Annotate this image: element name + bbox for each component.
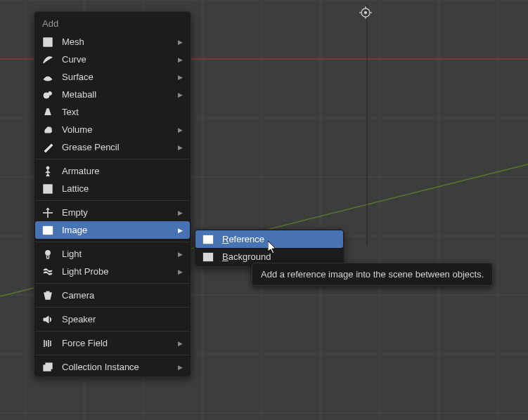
menu-item-label: Grease Pencil (62, 142, 174, 152)
submenu-arrow-icon: ▶ (178, 39, 183, 46)
menu-item-label: Speaker (62, 314, 183, 324)
submenu-arrow-icon: ▶ (178, 340, 183, 347)
menu-separator (35, 355, 190, 355)
menu-item-label: Volume (62, 124, 174, 135)
svg-point-21 (365, 12, 367, 14)
menu-item-label: Armature (62, 166, 183, 176)
image-icon (42, 225, 53, 236)
menu-item-label: Collection Instance (62, 362, 174, 372)
menu-item-label: Light Probe (62, 266, 174, 277)
menu-item-metaball[interactable]: Metaball▶ (35, 86, 190, 103)
menu-item-image[interactable]: Image▶ (35, 221, 190, 239)
submenu-arrow-icon: ▶ (178, 74, 183, 81)
menu-separator (35, 242, 190, 242)
menu-separator (35, 331, 190, 332)
menu-item-grease-pencil[interactable]: Grease Pencil▶ (35, 138, 190, 156)
menu-separator (35, 200, 190, 201)
curve-icon (42, 54, 53, 65)
menu-item-volume[interactable]: Volume▶ (35, 121, 190, 138)
menu-item-label: Surface (62, 72, 174, 82)
menu-item-label: Metaball (62, 89, 174, 100)
surface-icon (42, 72, 53, 83)
menu-item-label: Text (62, 107, 183, 117)
menu-separator (35, 283, 190, 284)
menu-item-reference[interactable]: Reference (195, 230, 343, 248)
svg-point-31 (46, 166, 49, 169)
submenu-arrow-icon: ▶ (178, 126, 183, 133)
speaker-icon (42, 314, 53, 325)
svg-point-41 (46, 250, 50, 254)
menu-item-label: Lattice (62, 183, 183, 194)
svg-point-42 (46, 295, 49, 298)
menu-item-empty[interactable]: Empty▶ (35, 204, 190, 221)
img-bg-icon (202, 251, 214, 263)
submenu-arrow-icon: ▶ (178, 268, 183, 275)
submenu-arrow-icon: ▶ (178, 56, 183, 63)
menu-item-label: Mesh (62, 37, 174, 47)
menu-item-curve[interactable]: Curve▶ (35, 51, 190, 68)
menu-item-light-probe[interactable]: Light Probe▶ (35, 263, 190, 280)
menu-item-light[interactable]: Light▶ (35, 245, 190, 263)
menu-item-armature[interactable]: Armature (35, 162, 190, 180)
menu-item-mesh[interactable]: Mesh▶ (35, 33, 190, 51)
submenu-arrow-icon: ▶ (178, 144, 183, 151)
menu-item-label: Light (62, 249, 174, 259)
menu-item-label: Reference (222, 234, 336, 244)
img-ref-icon (202, 234, 214, 245)
menu-item-label: Background (222, 251, 336, 262)
menu-separator (35, 159, 190, 159)
volume-icon (42, 124, 53, 136)
submenu-arrow-icon: ▶ (178, 227, 183, 234)
forcefield-icon (42, 338, 53, 349)
menu-item-text[interactable]: Text (35, 103, 190, 121)
svg-rect-43 (46, 291, 49, 293)
menu-item-label: Curve (62, 54, 174, 65)
lattice-icon (42, 183, 53, 195)
camera-icon (42, 290, 53, 301)
menu-item-label: Empty (62, 207, 174, 218)
menu-item-surface[interactable]: Surface▶ (35, 68, 190, 86)
menu-item-force-field[interactable]: Force Field▶ (35, 334, 190, 352)
empty-icon (42, 207, 53, 218)
add-menu: Add Mesh▶Curve▶Surface▶Metaball▶TextVolu… (34, 11, 191, 377)
submenu-arrow-icon: ▶ (178, 209, 183, 216)
submenu-arrow-icon: ▶ (178, 251, 183, 258)
submenu-arrow-icon: ▶ (178, 364, 183, 371)
mesh-icon (42, 37, 53, 48)
light-icon (42, 249, 53, 260)
menu-item-label: Camera (62, 290, 183, 301)
menu-item-label: Force Field (62, 338, 174, 348)
image-submenu: ReferenceBackground (194, 229, 345, 267)
metaball-icon (42, 89, 53, 100)
svg-rect-49 (46, 363, 52, 369)
svg-point-30 (49, 91, 52, 95)
greasepencil-icon (42, 142, 53, 153)
collection-icon (42, 362, 53, 373)
armature-icon (42, 166, 53, 177)
menu-title: Add (35, 13, 190, 33)
menu-item-label: Image (62, 225, 174, 235)
menu-item-collection-instance[interactable]: Collection Instance▶ (35, 358, 190, 376)
tooltip: Add a reference image into the scene bet… (252, 263, 493, 286)
svg-rect-32 (44, 185, 52, 193)
text-icon (42, 107, 53, 118)
menu-item-speaker[interactable]: Speaker (35, 310, 190, 328)
submenu-arrow-icon: ▶ (178, 91, 183, 98)
menu-item-lattice[interactable]: Lattice (35, 180, 190, 197)
menu-separator (35, 307, 190, 308)
lightprobe-icon (42, 266, 53, 277)
menu-item-camera[interactable]: Camera (35, 287, 190, 304)
